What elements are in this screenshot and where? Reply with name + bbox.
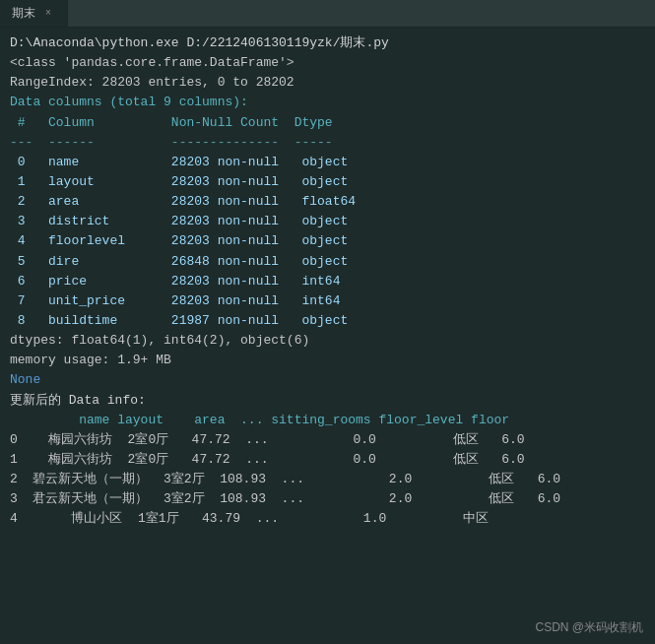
terminal-line: 1 layout 28203 non-null object (10, 172, 645, 192)
terminal-line: 0 name 28203 non-null object (10, 153, 645, 172)
terminal-line: 2 area 28203 non-null float64 (10, 192, 645, 212)
terminal-line: 3 君云新天地（一期） 3室2厅 108.93 ... 2.0 低区 6.0 (10, 489, 645, 509)
terminal-line: 1 梅园六街坊 2室0厅 47.72 ... 0.0 低区 6.0 (10, 450, 645, 470)
terminal-line: 6 price 28203 non-null int64 (10, 272, 645, 291)
terminal-line: --- ------ -------------- ----- (10, 133, 645, 153)
terminal-line: <class 'pandas.core.frame.DataFrame'> (10, 53, 645, 73)
terminal-line: 8 buildtime 21987 non-null object (10, 311, 645, 331)
tab-bar: 期末 × (0, 0, 655, 28)
terminal-line: dtypes: float64(1), int64(2), object(6) (10, 331, 645, 351)
terminal-line: 更新后的 Data info: (10, 391, 645, 411)
tab-close-icon[interactable]: × (41, 7, 55, 21)
terminal-line: 7 unit_price 28203 non-null int64 (10, 291, 645, 311)
terminal-line: 0 梅园六街坊 2室0厅 47.72 ... 0.0 低区 6.0 (10, 430, 645, 450)
terminal-line: D:\Anaconda\python.exe D:/2212406130119y… (10, 33, 645, 53)
terminal-line: RangeIndex: 28203 entries, 0 to 28202 (10, 73, 645, 93)
terminal-line: 3 district 28203 non-null object (10, 212, 645, 231)
tab-period[interactable]: 期末 × (0, 0, 68, 27)
watermark: CSDN @米码收割机 (535, 619, 643, 636)
terminal-line: 4 floorlevel 28203 non-null object (10, 231, 645, 251)
terminal-line: 2 碧云新天地（一期） 3室2厅 108.93 ... 2.0 低区 6.0 (10, 470, 645, 489)
terminal-line: None (10, 370, 645, 390)
terminal-line: Data columns (total 9 columns): (10, 93, 645, 112)
terminal-line: 4 博山小区 1室1厅 43.79 ... 1.0 中区 (10, 509, 645, 529)
terminal-line: name layout area ... sitting_rooms floor… (10, 411, 645, 430)
terminal-line: # Column Non-Null Count Dtype (10, 113, 645, 133)
terminal-line: 5 dire 26848 non-null object (10, 252, 645, 272)
tab-label: 期末 (12, 5, 35, 22)
terminal-body: D:\Anaconda\python.exe D:/2212406130119y… (0, 28, 655, 644)
terminal-line: memory usage: 1.9+ MB (10, 351, 645, 370)
